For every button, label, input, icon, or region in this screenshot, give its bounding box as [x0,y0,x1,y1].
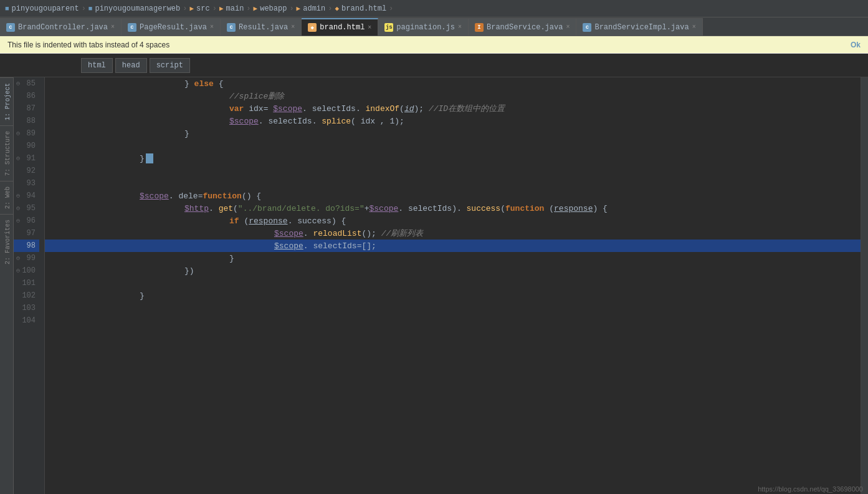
tab-label-brand-html: brand.html [320,23,365,32]
code-line-94: $scope. dele=function() { [45,190,861,202]
notification-message: This file is indented with tabs instead … [7,41,169,49]
tab-brand-html[interactable]: ◆ brand.html × [302,18,378,36]
sidebar-item-web[interactable]: 2: Web [0,181,13,214]
line-num-85: ⊖ 85 [14,77,39,90]
tab-brandserviceimpl[interactable]: c BrandServiceImpl.java × [576,18,702,36]
token-87-br2: ) [414,104,419,114]
token-88-dot1: . [259,117,264,126]
token-95-response: response [554,204,593,213]
token-95-get: get [214,204,233,213]
code-line-96: if (response. success) { [45,215,861,227]
folder-icon-3: ▶ [254,4,258,12]
fold-arrow-100[interactable]: ⊖ [16,267,20,274]
tag-script-button[interactable]: script [150,58,190,73]
fold-arrow-99[interactable]: ⊖ [16,254,20,262]
tab-pageresult[interactable]: c PageResult.java × [122,18,221,36]
sidebar-item-favorites[interactable]: 2: Favorites [0,214,13,269]
token-87-scope: $scope [273,104,302,114]
token-97-scope: $scope [274,229,303,238]
code-line-86: //splice删除 [45,90,861,102]
token-102-1: } [140,291,145,301]
fold-arrow-91[interactable]: ⊖ [16,155,20,162]
tab-brandservice[interactable]: I BrandService.java × [469,18,576,36]
token-86-1: //splice删除 [229,90,284,102]
code-line-89: } [45,127,861,140]
line-num-95: ⊖ 95 [14,202,39,215]
breadcrumb-sep2: › [183,4,187,13]
sidebar-item-structure[interactable]: 7: Structure [0,125,13,181]
token-94-scope: $scope [140,191,169,201]
js-icon-tab: js [384,23,393,32]
vertical-scrollbar[interactable] [861,77,868,494]
close-icon-2[interactable]: × [210,24,214,31]
tab-pagination[interactable]: js pagination.js × [378,18,469,36]
fold-arrow-96[interactable]: ⊖ [16,217,20,225]
code-line-85: } else { [45,77,861,90]
breadcrumb-sep7: › [389,4,393,13]
token-99-1: } [229,254,234,263]
sidebar-item-project[interactable]: 1: Project [0,77,13,125]
token-95-br2: ). [452,204,462,213]
tag-head-button[interactable]: head [115,58,147,73]
token-87-id: id [404,104,414,114]
token-87-indexof: indexOf [361,104,399,114]
token-100-1: }) [184,266,194,276]
html-icon-bc: ◆ [335,4,339,12]
token-98-scope: $scope [274,241,303,251]
breadcrumb-file[interactable]: brand.html [341,4,386,13]
line-num-98: 98 [14,240,39,252]
token-87-semi: ; [419,104,429,114]
code-line-87: var idx= $scope. selectIds. indexOf(id);… [45,102,861,115]
line-num-88: 88 [14,115,39,127]
tag-html-button[interactable]: html [81,58,113,73]
notification-ok-button[interactable]: Ok [851,41,861,49]
fold-arrow-94[interactable]: ⊖ [16,192,20,200]
token-96-br2: ) { [331,216,346,226]
tab-label-brandserviceimpl: BrandServiceImpl.java [594,23,689,32]
breadcrumb: ■ pinyougouparent › ■ pinyougoumanagerwe… [0,0,868,17]
line-num-100: ⊖ 100 [14,264,39,277]
token-87-br1: ( [399,104,404,114]
close-icon-7[interactable]: × [692,24,696,31]
tab-brandcontroller[interactable]: c BrandController.java × [0,18,122,36]
html-icon-tab: ◆ [308,23,317,32]
token-87-selectids: selectIds [307,104,356,114]
token-88-scope: $scope [229,117,259,126]
status-url: https://blog.csdn.net/qq_33698000 [758,485,863,493]
token-87-op: = [264,104,274,114]
fold-arrow-85[interactable]: ⊖ [16,80,20,87]
token-95-str: "../brand/delete. do?ids=" [238,204,365,213]
fold-arrow-89[interactable]: ⊖ [16,130,20,137]
token-88-splice: splice [317,117,351,126]
close-icon-1[interactable]: × [111,24,115,31]
code-editor[interactable]: } else { //splice删除 var idx= $scope. sel… [45,77,861,494]
token-95-br5: ) { [593,204,607,213]
token-85-2: else [194,79,214,89]
token-95-function: function [505,204,544,213]
close-icon-3[interactable]: × [291,24,295,31]
breadcrumb-sep: › [82,4,86,13]
breadcrumb-src[interactable]: src [196,4,210,13]
breadcrumb-project[interactable]: pinyougouparent [12,4,79,13]
token-85-1: } [184,79,194,89]
close-icon-4[interactable]: × [368,24,371,31]
token-95-plus: + [365,204,370,213]
breadcrumb-admin[interactable]: admin [303,4,325,13]
fold-arrow-95[interactable]: ⊖ [16,205,20,212]
code-line-90 [45,140,861,152]
close-icon-5[interactable]: × [458,24,462,31]
line-num-94: ⊖ 94 [14,190,39,202]
line-num-92: 92 [14,165,39,177]
token-98-selectids: selectIds [308,241,357,251]
token-97-br: (); [361,229,381,238]
close-icon-6[interactable]: × [566,24,570,31]
token-97-dot: . [303,229,308,238]
breadcrumb-module[interactable]: pinyougoumanagerweb [95,4,180,13]
breadcrumb-webapp[interactable]: webapp [260,4,287,13]
token-87-dot1: . [302,104,307,114]
breadcrumb-sep3: › [212,4,217,13]
tab-result[interactable]: c Result.java × [221,18,302,36]
line-num-102: 102 [14,289,39,302]
line-num-103: 103 [14,302,39,314]
breadcrumb-main[interactable]: main [226,4,244,13]
